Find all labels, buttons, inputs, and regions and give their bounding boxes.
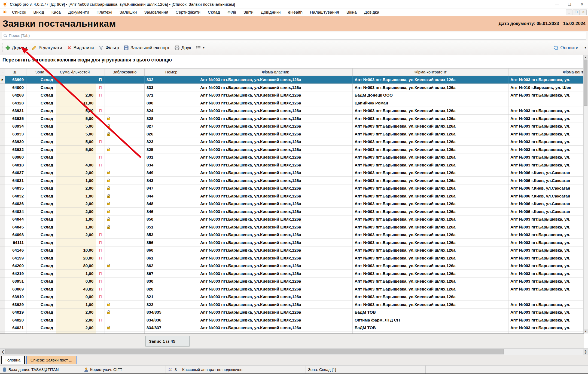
menu-item-8[interactable]: Сертифікати [176, 10, 200, 15]
vertical-scroll-thumb[interactable] [584, 60, 587, 106]
column-header-owner[interactable]: Фірма-власник [198, 69, 353, 76]
table-row[interactable]: 64111СкладП856Апт №003 пгт.Барышевка, ул… [0, 239, 584, 247]
column-header-qty[interactable]: Сума кількостей [56, 69, 96, 76]
table-row[interactable]: 64044Склад1,00850Апт №003 пгт.Барышевка,… [0, 215, 584, 223]
horizontal-scroll-thumb[interactable] [5, 349, 504, 354]
cell-id: 63933 [5, 130, 26, 138]
horizontal-scrollbar[interactable]: ❮ ❯ [0, 348, 588, 355]
menu-item-4[interactable]: Документи [68, 10, 89, 15]
cell-contragent: Апт №003 пгт.Барышевка, ул.Киевский шлях… [353, 84, 508, 91]
menu-item-7[interactable]: Замовлення [144, 10, 168, 15]
cell-zone: Склад [26, 262, 56, 270]
table-row[interactable]: 63932Склад5,00825Апт №003 пгт.Барышевка,… [0, 146, 584, 154]
cell-zone: Склад [26, 246, 56, 254]
search-box[interactable] [2, 32, 586, 39]
cell-contragent: Апт №003 пгт.Барышевка, ул.Киевский шлях… [353, 177, 508, 184]
table-row[interactable]: 63934Склад5,00827Апт №003 пгт.Барышевка,… [0, 122, 584, 130]
column-header-id[interactable]: ІД [5, 69, 26, 76]
menu-item-2[interactable]: Вихід [33, 10, 44, 15]
menu-item-3[interactable]: Каса [51, 10, 61, 15]
view-options-button[interactable]: ▾ [194, 44, 207, 51]
row-selector [0, 316, 5, 324]
table-row[interactable]: 63933Склад5,00826Апт №003 пгт.Барышевка,… [0, 130, 584, 138]
table-row[interactable]: 64034Склад2,00846Апт №003 пгт.Барышевка,… [0, 208, 584, 216]
table-row[interactable]: 64200Склад80,00862Апт №003 пгт.Барышевка… [0, 262, 584, 270]
column-header-contragent[interactable]: Фірма-контрагент [353, 69, 508, 76]
filter-button[interactable]: Фільтр [96, 44, 121, 52]
column-header-number[interactable]: Номер [145, 69, 198, 76]
table-row[interactable]: 64035Склад2,00847Апт №003 пгт.Барышевка,… [0, 184, 584, 192]
table-row[interactable]: 63935Склад5,00828Апт №003 пгт.Барышевка,… [0, 115, 584, 123]
tab-2[interactable]: Список: Заявки пост ... [26, 356, 77, 364]
menu-item-6[interactable]: Залишки [120, 10, 137, 15]
menu-item-16[interactable]: Довідка [364, 10, 379, 15]
menu-item-10[interactable]: Філії [227, 10, 236, 15]
table-row[interactable]: 64037Склад2,00849Апт №003 пгт.Барышевка,… [0, 169, 584, 177]
menu-item-1[interactable]: Список [12, 10, 26, 15]
table-row[interactable]: 63980СкладП831Апт №003 пгт.Барышевка, ул… [0, 153, 584, 161]
refresh-dropdown-button[interactable]: ▾ [584, 46, 586, 50]
vertical-scrollbar[interactable]: ▲ ▼ [583, 55, 588, 333]
edit-button[interactable]: Редагувати [29, 44, 64, 52]
menu-item-14[interactable]: Налаштування [310, 10, 339, 15]
table-row[interactable]: 64032Склад1,00844Апт №003 пгт.Барышевка,… [0, 192, 584, 200]
table-row[interactable]: 63929Склад1,00822Апт №003 пгт.Барышевка,… [0, 301, 584, 309]
mdi-close-button[interactable]: ✕ [580, 10, 587, 15]
menu-item-12[interactable]: Довідники [261, 10, 281, 15]
print-button[interactable]: Друк [172, 44, 194, 52]
refresh-button[interactable]: Оновити [551, 44, 581, 52]
restore-button[interactable]: ❐ [563, 0, 576, 8]
cell-owner: Апт №003 пгт.Барышевка, ул.Киевский шлях… [198, 301, 353, 308]
table-row[interactable]: 64019Склад2,00834/835Апт №003 пгт.Барыше… [0, 308, 584, 316]
menu-item-9[interactable]: Склад [208, 10, 220, 15]
table-row[interactable]: 64021Склад2,00834/837Апт №003 пгт.Барыше… [0, 324, 584, 332]
table-row[interactable]: 64328Склад11,00890Апт №003 пгт.Барышевка… [0, 99, 584, 107]
cell-owner: Апт №003 пгт.Барышевка, ул.Киевский шлях… [198, 192, 353, 200]
scroll-right-arrow-icon[interactable]: ❯ [583, 349, 588, 355]
close-button[interactable]: ✕ [576, 0, 588, 8]
table-row[interactable]: 63951Склад0,00П830Апт №003 пгт.Барышевка… [0, 277, 584, 285]
menu-item-11[interactable]: Звіти [243, 10, 254, 15]
table-row[interactable]: 64036Склад2,00848Апт №003 пгт.Барышевка,… [0, 200, 584, 208]
delete-button[interactable]: Видалити [65, 44, 96, 52]
menu-item-13[interactable]: eHealth [288, 10, 302, 15]
scroll-up-arrow-icon[interactable]: ▲ [584, 55, 588, 59]
table-row[interactable]: 64000СкладП833Апт №003 пгт.Барышевка, ул… [0, 84, 584, 92]
column-header-flag[interactable] [96, 69, 105, 76]
table-row[interactable]: 63930Склад5,00П823Апт №003 пгт.Барышевка… [0, 138, 584, 146]
minimize-button[interactable]: — [551, 0, 563, 8]
table-row[interactable]: 63931Склад5,00П824Апт №003 пгт.Барышевка… [0, 107, 584, 115]
search-input[interactable] [9, 33, 586, 38]
export-button[interactable]: Загальний експорт [121, 44, 172, 52]
table-row[interactable]: 64199Склад20,00П861Апт №003 пгт.Барышевк… [0, 254, 584, 262]
menu-item-5[interactable]: Платежі [96, 10, 112, 15]
table-row[interactable]: 64018Склад4,00П834Апт №003 пгт.Барышевка… [0, 161, 584, 169]
mdi-restore-button[interactable]: ❐ [573, 10, 580, 15]
table-row[interactable]: 64031Склад1,00843Апт №003 пгт.Барышевка,… [0, 177, 584, 185]
scroll-down-arrow-icon[interactable]: ▼ [584, 329, 588, 333]
table-row[interactable]: 64146Склад10,00П860Апт №003 пгт.Барышевк… [0, 246, 584, 254]
table-row[interactable]: 64045Склад1,00851Апт №003 пгт.Барышевка,… [0, 223, 584, 231]
mdi-minimize-button[interactable]: _ [566, 10, 572, 15]
table-row[interactable]: 64020Склад2,00П834/836Апт №003 пгт.Барыш… [0, 316, 584, 324]
table-row[interactable]: ▶63999СкладП832Апт №003 пгт.Барышевка, у… [0, 76, 584, 84]
tab-1[interactable]: Головна [1, 356, 25, 364]
cell-flag: П [96, 270, 105, 277]
row-selector [0, 184, 5, 192]
table-row[interactable]: 64098Склад2,00П853Апт №003 пгт.Барышевка… [0, 231, 584, 239]
table-row[interactable]: 63869Склад43,82П820Апт №003 пгт.Барышевк… [0, 285, 584, 293]
column-header-blocked[interactable]: Заблоковано [105, 69, 145, 76]
table-row[interactable]: 64268Склад2,00П871Апт №003 пгт.Барышевка… [0, 91, 584, 99]
menu-item-15[interactable]: Вікна [346, 10, 357, 15]
toolbar-grip[interactable] [1, 43, 3, 52]
table-row[interactable]: 64219Склад1,00П867Апт №003 пгт.Барышевка… [0, 270, 584, 278]
column-header-zone[interactable]: Зона [26, 69, 56, 76]
add-button[interactable]: Додати [3, 44, 29, 52]
scroll-left-arrow-icon[interactable]: ❮ [0, 349, 5, 355]
group-by-area[interactable]: Перетягніть заголовок колонки сюди для у… [0, 55, 588, 68]
column-header-consignee[interactable]: Фірма-вант [508, 69, 584, 76]
cell-contragent: БаДМ Донецк ООО [353, 91, 508, 99]
cell-consignee: Апт №003 пгт.Барышевка, ул. [508, 277, 584, 285]
cell-flag [96, 324, 105, 332]
table-row[interactable]: 63910Склад0,00П821Апт №003 пгт.Барышевка… [0, 293, 584, 301]
